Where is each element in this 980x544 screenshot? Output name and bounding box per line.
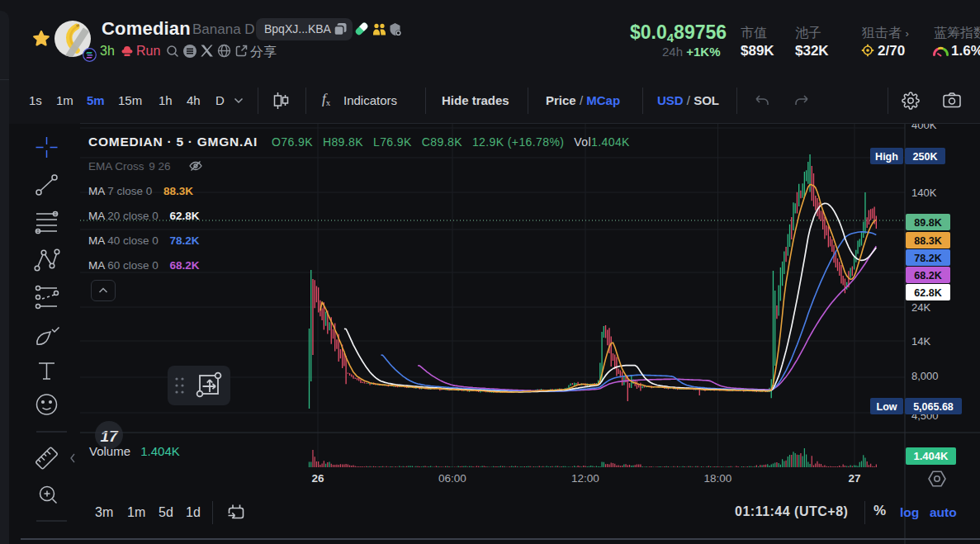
svg-text:78.2K: 78.2K — [914, 253, 941, 264]
svg-text:140K: 140K — [911, 187, 937, 199]
svg-text:06:00: 06:00 — [438, 472, 466, 485]
svg-text:250K: 250K — [913, 151, 938, 163]
svg-text:27: 27 — [848, 472, 860, 485]
svg-text:88.3K: 88.3K — [914, 235, 941, 247]
svg-text:68.2K: 68.2K — [914, 270, 941, 281]
svg-text:18:00: 18:00 — [704, 472, 732, 485]
svg-text:12:00: 12:00 — [571, 472, 599, 485]
svg-text:89.8K: 89.8K — [914, 217, 941, 229]
svg-text:400K: 400K — [911, 124, 937, 131]
svg-text:8,000: 8,000 — [911, 370, 939, 382]
svg-text:17: 17 — [100, 428, 119, 445]
svg-text:High: High — [875, 151, 898, 163]
svg-text:5,065.68: 5,065.68 — [913, 401, 954, 413]
svg-text:24K: 24K — [911, 301, 930, 314]
svg-text:26: 26 — [311, 472, 324, 485]
svg-text:Low: Low — [877, 401, 897, 413]
svg-text:1.404K: 1.404K — [914, 450, 949, 462]
svg-text:62.8K: 62.8K — [914, 287, 941, 299]
svg-text:14K: 14K — [911, 335, 930, 348]
